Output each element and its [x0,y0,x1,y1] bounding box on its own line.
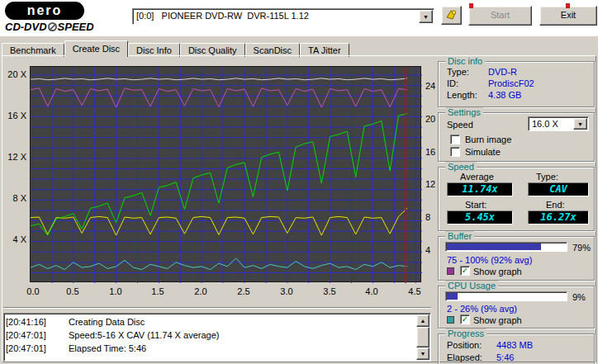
tab-bar: BenchmarkCreate DiscDisc InfoDisc Qualit… [2,40,349,56]
header-bar: nero CD-DVDSPEED [0:0] PIONEER DVD-RW DV… [0,0,598,36]
disc-length-value: 4.38 GB [488,90,521,100]
yellow-tool-icon [444,8,458,22]
speed-select-dropdown-button[interactable]: ▼ [573,118,587,130]
cpu-percent-text: 9% [572,292,586,302]
disc-id-label: ID: [447,78,458,88]
simulate-label: Simulate [465,147,501,157]
log-entry[interactable]: [20:47:01]Speed:5-16 X CAV (11.74 X aver… [6,329,415,342]
group-title: Disc info [445,56,485,66]
red-indicator [469,3,473,8]
group-title: Settings [445,107,483,117]
speed-select-value: 16.0 X [532,119,558,129]
position-label: Position: [447,340,482,350]
drive-select[interactable]: [0:0] PIONEER DVD-RW DVR-115L 1.12 ▼ [132,8,434,25]
log-entry[interactable]: [20:47:01]Elapsed Time: 5:46 [6,342,415,355]
position-value: 4483 MB [496,340,533,350]
product-title: CD-DVDSPEED [5,21,129,33]
x-axis-tick: 3.0 [277,286,297,296]
tab-create-disc[interactable]: Create Disc [64,40,128,57]
start-button[interactable]: Start [468,6,532,26]
buffer-range-text: 75 - 100% (92% avg) [447,255,532,265]
speed-select[interactable]: 16.0 X ▼ [528,116,589,131]
buffer-color-swatch [447,267,454,275]
disc-info-group: Disc info Type: DVD-R ID: ProdiscF02 Len… [438,61,595,107]
buffer-percent-text: 79% [572,243,591,253]
divider [3,307,431,309]
x-axis-tick: 4.5 [405,286,425,296]
y-axis-tick: 8 X [3,193,26,203]
y-axis-tick: 16 X [3,111,26,121]
x-axis-tick: 4.0 [362,286,382,296]
burn-image-label: Burn image [465,135,511,144]
elapsed-label: Elapsed: [447,352,482,362]
start-speed-display: 5.45x [447,210,513,225]
chevron-down-icon: ▼ [423,14,429,20]
cpu-usage-bar [445,291,567,301]
scroll-up-button[interactable]: ▲ [416,314,430,327]
arrow-down-icon: ▼ [420,351,426,357]
y-axis-tick: 20 X [3,69,26,79]
group-title: Progress [445,329,486,338]
disc-type-label: Type: [447,67,469,77]
disc-type-value: DVD-R [488,67,517,77]
average-speed-display: 11.74x [447,182,513,196]
log-listbox[interactable]: [20:41:16]Creating Data Disc [20:47:01]S… [3,313,431,362]
buffer-show-graph-label: Show graph [473,267,522,277]
chevron-down-icon: ▼ [577,121,583,127]
speed-label: Speed [447,120,473,130]
burn-speed-chart [30,66,421,282]
disc-icon [48,22,57,31]
buffer-show-graph-checkbox[interactable]: ✓ [460,266,470,276]
x-axis-tick: 0.5 [63,286,83,296]
options-button[interactable] [441,6,462,25]
group-title: Buffer [445,231,474,241]
x-axis-tick: 1.5 [148,286,168,296]
arrow-up-icon: ▲ [420,318,426,324]
start-speed-label: Start: [465,200,486,210]
group-title: CPU Usage [445,281,498,291]
cpu-show-graph-checkbox[interactable]: ✓ [460,314,470,324]
end-speed-label: End: [546,200,565,210]
y-axis-tick: 12 X [3,152,26,162]
burn-image-checkbox[interactable] [450,135,460,144]
log-scrollbar[interactable]: ▲ ▼ [416,314,430,360]
settings-group: Settings Speed 16.0 X ▼ Burn image Simul… [438,112,595,162]
buffer-level-bar [445,242,567,252]
exit-button[interactable]: Exit [539,6,597,26]
group-title: Speed [445,162,477,172]
speed-type-display: CAV [528,182,589,196]
cpu-color-swatch [447,316,454,324]
x-axis-tick: 1.0 [106,286,126,296]
scroll-down-button[interactable]: ▼ [416,347,430,360]
y-axis-tick: 4 X [3,234,26,244]
drive-select-dropdown-button[interactable]: ▼ [419,10,433,23]
speed-group: Speed Average Type: 11.74x CAV Start: En… [438,167,595,231]
elapsed-value: 5:46 [496,352,514,362]
end-speed-display: 16.27x [528,210,589,225]
x-axis-tick: 2.0 [191,286,211,296]
disc-id-value: ProdiscF02 [488,78,534,88]
simulate-checkbox[interactable] [450,147,460,157]
average-label: Average [460,172,494,182]
brand-text: nero [27,3,63,17]
type-label: Type: [536,172,558,182]
log-entry[interactable]: [20:41:16]Creating Data Disc [6,315,415,329]
red-indicator [566,3,570,8]
x-axis-tick: 2.5 [234,286,254,296]
scroll-thumb[interactable] [416,327,430,347]
drive-select-value: [0:0] PIONEER DVD-RW DVR-115L 1.12 [136,11,309,21]
x-axis-tick: 3.5 [320,286,339,296]
cpu-show-graph-label: Show graph [473,315,522,325]
x-axis-tick: 0.0 [23,286,43,296]
cpu-group: CPU Usage 9% 2 - 26% (9% avg) ✓ Show gra… [438,286,595,329]
cpu-range-text: 2 - 26% (9% avg) [447,304,517,314]
progress-group: Progress Position: 4483 MB Elapsed: 5:46 [438,333,595,364]
buffer-group: Buffer 79% 75 - 100% (92% avg) ✓ Show gr… [438,236,595,281]
disc-length-label: Length: [447,90,477,100]
nero-logo: nero [5,2,84,20]
